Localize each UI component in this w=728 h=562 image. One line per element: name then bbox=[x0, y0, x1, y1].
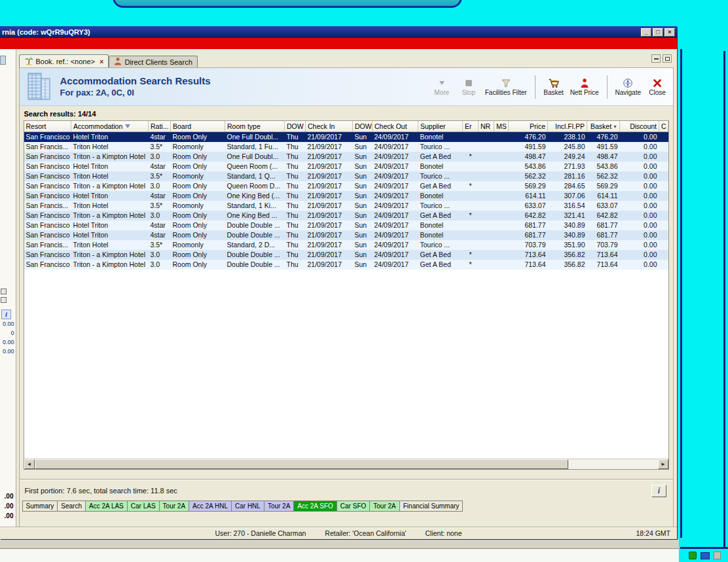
toolbar-basket-button[interactable]: Basket bbox=[543, 78, 564, 96]
column-header-incl-fl-pp[interactable]: Incl.Fl.PP bbox=[548, 121, 587, 132]
tray-monitor-icon[interactable] bbox=[701, 552, 710, 559]
result-row[interactable]: San FranciscoHotel Triton4starRoom OnlyD… bbox=[24, 220, 668, 230]
tab-booking-ref[interactable]: Book. ref.: <none> × bbox=[19, 54, 109, 67]
cell: Sun bbox=[353, 260, 373, 270]
column-header-check-out[interactable]: Check Out bbox=[373, 121, 418, 132]
cell bbox=[494, 152, 509, 162]
toolbar-close-button[interactable]: Close bbox=[647, 78, 668, 96]
info-icon[interactable]: i bbox=[1, 309, 11, 319]
cell bbox=[479, 211, 494, 220]
left-panel-value: 0.00 bbox=[3, 347, 14, 356]
horizontal-scrollbar[interactable]: ◄ ► bbox=[24, 459, 669, 469]
toolbar-facilities-filter-button[interactable]: Facilities Filter bbox=[485, 78, 527, 96]
bottom-tab-financial-summary[interactable]: Financial Summary bbox=[400, 501, 464, 512]
column-header-dow[interactable]: DOW bbox=[285, 121, 306, 132]
cell bbox=[463, 132, 479, 142]
cell bbox=[659, 132, 668, 142]
left-panel-button-icon[interactable] bbox=[1, 289, 7, 294]
result-row[interactable]: San FranciscoTriton - a Kimpton Hotel3.0… bbox=[24, 181, 668, 191]
column-header-dow[interactable]: DOW bbox=[353, 121, 373, 132]
filter-funnel-icon[interactable] bbox=[125, 124, 130, 128]
panel-restore-button[interactable] bbox=[663, 54, 672, 63]
column-header-basket[interactable]: Basket▼ bbox=[587, 121, 620, 132]
left-panel-toolbar-icon[interactable] bbox=[0, 56, 6, 65]
scroll-right-icon[interactable]: ► bbox=[658, 459, 668, 469]
bottom-tab-tour-2a[interactable]: Tour 2A bbox=[264, 501, 294, 512]
cell: 4star bbox=[149, 132, 171, 142]
column-header-room-type[interactable]: Room type bbox=[225, 121, 285, 132]
cell: San Francis... bbox=[24, 201, 71, 211]
toolbar-nett-price-button[interactable]: Nett Price bbox=[570, 78, 599, 96]
tray-green-icon[interactable] bbox=[689, 552, 697, 559]
cell: 0.00 bbox=[620, 260, 659, 270]
result-row[interactable]: San FranciscoTriton Hotel3.5*RoomonlySta… bbox=[24, 171, 668, 181]
cell: 0.00 bbox=[620, 191, 659, 201]
cell: Triton Hotel bbox=[71, 240, 149, 250]
scrollbar-track[interactable] bbox=[568, 459, 659, 469]
toolbar-more-button[interactable]: More bbox=[431, 78, 452, 96]
column-label: MS bbox=[496, 122, 507, 130]
cell: San Francisco bbox=[24, 220, 71, 230]
bottom-tab-car-sfo[interactable]: Car SFO bbox=[337, 501, 370, 512]
tray-gray-icon[interactable] bbox=[714, 552, 721, 559]
bottom-tab-tour-2a[interactable]: Tour 2A bbox=[160, 501, 189, 512]
bottom-tab-search[interactable]: Search bbox=[58, 501, 86, 512]
bottom-tab-car-las[interactable]: Car LAS bbox=[128, 501, 160, 512]
result-row-selected[interactable]: San FranciscoHotel Triton4starRoom OnlyO… bbox=[24, 132, 668, 142]
column-header-ms[interactable]: MS bbox=[494, 121, 509, 132]
bottom-tab-summary[interactable]: Summary bbox=[22, 501, 58, 512]
cell: 281.16 bbox=[548, 171, 587, 181]
result-row[interactable]: San FranciscoTriton - a Kimpton Hotel3.0… bbox=[24, 260, 668, 270]
scroll-left-icon[interactable]: ◄ bbox=[24, 459, 35, 469]
cell: * bbox=[463, 181, 479, 191]
column-header-discount[interactable]: Discount bbox=[620, 121, 659, 132]
column-header-er[interactable]: Er bbox=[463, 121, 479, 132]
result-row[interactable]: San Francis...Triton Hotel3.5*RoomonlySt… bbox=[24, 201, 668, 211]
column-header-nr[interactable]: NR bbox=[479, 121, 494, 132]
column-header-c[interactable]: C bbox=[659, 121, 668, 132]
title-bar[interactable]: rnia (code: wQrR9uQRY3) _ □ × bbox=[0, 26, 677, 38]
header-toolbar: MoreStopFacilities FilterBasketNett Pric… bbox=[431, 75, 673, 99]
result-row[interactable]: San Francis...Triton Hotel3.5*RoomonlySt… bbox=[24, 240, 668, 250]
close-window-button[interactable]: × bbox=[664, 28, 675, 37]
tab-panel-controls bbox=[651, 54, 672, 63]
bottom-tab-acc-2a-sfo[interactable]: Acc 2A SFO bbox=[294, 501, 337, 512]
result-row[interactable]: San FranciscoTriton - a Kimpton Hotel3.0… bbox=[24, 152, 668, 162]
minimize-button[interactable]: _ bbox=[641, 28, 651, 37]
tab-close-icon[interactable]: × bbox=[100, 58, 103, 65]
bottom-tab-car-hnl[interactable]: Car HNL bbox=[232, 501, 264, 512]
cell: 0.00 bbox=[620, 230, 659, 240]
scrollbar-thumb[interactable] bbox=[35, 459, 568, 469]
column-header-price[interactable]: Price bbox=[509, 121, 548, 132]
cell: Thu bbox=[285, 132, 306, 142]
left-panel-button-icon[interactable] bbox=[1, 297, 7, 303]
results-table[interactable]: ResortAccommodationRati...BoardRoom type… bbox=[24, 121, 669, 270]
cell: 713.64 bbox=[587, 260, 620, 270]
maximize-button[interactable]: □ bbox=[653, 28, 663, 37]
column-header-resort[interactable]: Resort bbox=[24, 121, 71, 132]
bottom-tab-acc-2a-las[interactable]: Acc 2A LAS bbox=[86, 501, 128, 512]
result-row[interactable]: San FranciscoHotel Triton4starRoom OnlyO… bbox=[24, 191, 668, 201]
result-row[interactable]: San FranciscoHotel Triton4starRoom OnlyQ… bbox=[24, 162, 668, 171]
cell: 24/09/2017 bbox=[373, 181, 418, 191]
tab-direct-clients-search[interactable]: Direct Clients Search bbox=[109, 56, 197, 67]
column-header-accommodation[interactable]: Accommodation bbox=[71, 121, 149, 132]
cell: * bbox=[463, 260, 479, 270]
column-header-board[interactable]: Board bbox=[171, 121, 225, 132]
left-panel-value: 0 bbox=[3, 328, 14, 338]
column-header-rati[interactable]: Rati... bbox=[149, 121, 171, 132]
result-row[interactable]: San FranciscoHotel Triton4starRoom OnlyD… bbox=[24, 230, 668, 240]
info-button[interactable]: i bbox=[651, 485, 666, 497]
result-row[interactable]: San FranciscoTriton - a Kimpton Hotel3.0… bbox=[24, 250, 668, 260]
toolbar-navigate-button[interactable]: Navigate bbox=[615, 78, 641, 96]
bottom-tab-tour-2a[interactable]: Tour 2A bbox=[370, 501, 399, 512]
alert-banner bbox=[0, 38, 677, 49]
toolbar-stop-button[interactable]: Stop bbox=[458, 78, 479, 96]
column-header-check-in[interactable]: Check In bbox=[306, 121, 353, 132]
bottom-tab-acc-2a-hnl[interactable]: Acc 2A HNL bbox=[189, 501, 232, 512]
column-header-supplier[interactable]: Supplier bbox=[418, 121, 463, 132]
panel-minimize-button[interactable] bbox=[651, 54, 661, 63]
column-label: Rati... bbox=[151, 122, 168, 130]
result-row[interactable]: San FranciscoTriton - a Kimpton Hotel3.0… bbox=[24, 211, 668, 220]
result-row[interactable]: San Francis...Triton Hotel3.5*RoomonlySt… bbox=[24, 142, 668, 152]
